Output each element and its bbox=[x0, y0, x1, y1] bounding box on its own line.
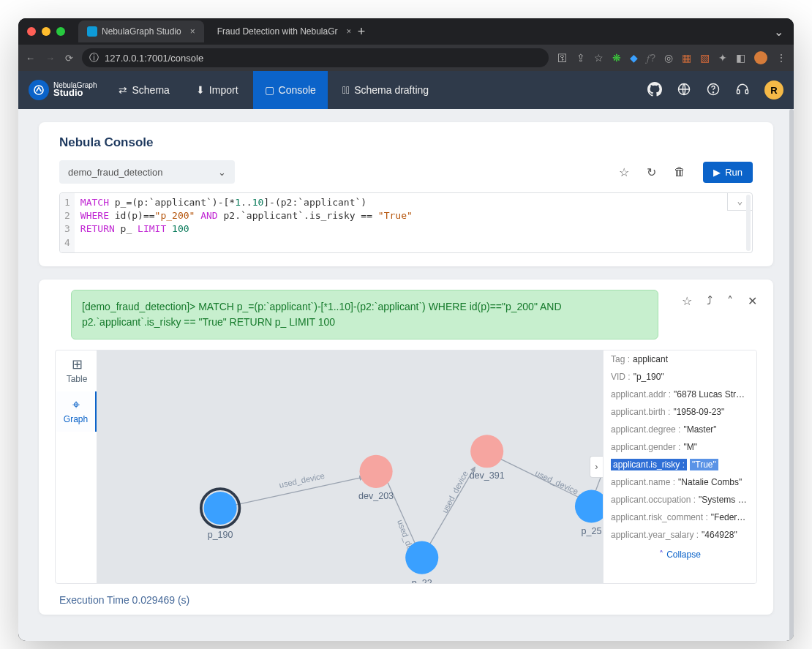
detail-row: applicant.year_salary :"464928" bbox=[604, 526, 756, 544]
favicon-icon bbox=[87, 26, 97, 37]
extension-icon[interactable]: ▧ bbox=[700, 52, 710, 64]
close-tab-icon[interactable]: × bbox=[190, 26, 195, 37]
sidepanel-toggle[interactable]: › bbox=[590, 456, 603, 478]
extension-icon[interactable]: ❋ bbox=[612, 52, 621, 64]
export-icon[interactable]: ⤴ bbox=[707, 294, 713, 308]
window-controls[interactable] bbox=[27, 27, 65, 36]
detail-row: applicant.addr :"6878 Lucas Streets Ne bbox=[604, 386, 756, 403]
page-body: Nebula Console demo_fraud_detection ⌄ ☆ … bbox=[18, 109, 794, 641]
detail-row: VID :"p_190" bbox=[604, 368, 756, 386]
key-icon[interactable]: ⚿ bbox=[557, 52, 568, 64]
svg-text:dev_391: dev_391 bbox=[470, 470, 505, 481]
tab-label: Graph bbox=[64, 414, 88, 424]
node-detail-panel: Tag :applicant VID :"p_190" applicant.ad… bbox=[603, 350, 756, 583]
detail-row: applicant.occupation :"Systems develo bbox=[604, 491, 756, 509]
reload-icon[interactable]: ⟳ bbox=[65, 53, 73, 64]
schema-icon: ⇄ bbox=[119, 84, 127, 96]
collapse-button[interactable]: ˄Collapse bbox=[604, 544, 756, 566]
github-icon[interactable] bbox=[647, 82, 662, 99]
space-selector[interactable]: demo_fraud_detection ⌄ bbox=[59, 160, 235, 184]
console-card: Nebula Console demo_fraud_detection ⌄ ☆ … bbox=[39, 122, 773, 266]
site-info-icon[interactable]: ⓘ bbox=[89, 51, 99, 64]
tab-label: Table bbox=[67, 374, 88, 384]
tab-graph[interactable]: ⌖ Graph bbox=[56, 391, 97, 432]
detail-row: applicant.risk_comment :"Federal notic bbox=[604, 509, 756, 526]
nav-label: Import bbox=[209, 84, 238, 96]
space-name: demo_fraud_detection bbox=[68, 167, 162, 178]
editor-scrollbar[interactable] bbox=[746, 195, 751, 251]
editor-code[interactable]: MATCH p_=(p:`applicant`)-[*1..10]-(p2:`a… bbox=[75, 193, 752, 252]
detail-row-highlight: applicant.is_risky :"True" bbox=[604, 456, 756, 473]
back-icon[interactable]: ← bbox=[26, 53, 35, 64]
browser-tab[interactable]: Fraud Detection with NebulaGr × bbox=[204, 20, 350, 42]
table-icon: ⊞ bbox=[56, 356, 97, 372]
sidepanel-icon[interactable]: ◧ bbox=[736, 52, 745, 64]
run-label: Run bbox=[725, 167, 743, 178]
svg-point-18 bbox=[204, 492, 237, 525]
nav-schema[interactable]: ⇄ Schema bbox=[107, 71, 181, 109]
tab-title: NebulaGraph Studio bbox=[102, 26, 181, 37]
svg-point-25 bbox=[470, 435, 503, 468]
detail-row: applicant.birth :"1958-09-23" bbox=[604, 403, 756, 421]
clear-icon[interactable]: 🗑 bbox=[674, 165, 685, 179]
collapse-up-icon[interactable]: ˄ bbox=[727, 294, 733, 308]
play-icon: ▶ bbox=[713, 167, 721, 178]
minimize-window-icon[interactable] bbox=[42, 27, 50, 36]
browser-tab[interactable]: NebulaGraph Studio × bbox=[78, 20, 204, 42]
nav-label: Console bbox=[279, 84, 316, 96]
headset-icon[interactable] bbox=[735, 82, 750, 99]
run-button[interactable]: ▶ Run bbox=[703, 162, 753, 183]
share-icon[interactable]: ⇪ bbox=[576, 52, 585, 64]
svg-text:dev_203: dev_203 bbox=[358, 491, 394, 501]
star-icon[interactable]: ☆ bbox=[594, 52, 604, 64]
svg-point-21 bbox=[360, 455, 393, 488]
url-input[interactable]: ⓘ 127.0.0.1:7001/console bbox=[82, 48, 549, 67]
profile-avatar-icon[interactable] bbox=[754, 51, 767, 64]
nav-console[interactable]: ▢ Console bbox=[253, 71, 328, 109]
extension-icon[interactable]: 𝑓? bbox=[647, 52, 655, 64]
tab-table[interactable]: ⊞ Table bbox=[56, 350, 97, 391]
svg-line-7 bbox=[386, 477, 418, 549]
url-text: 127.0.0.1:7001/console bbox=[105, 53, 203, 64]
extension-icon[interactable]: ◎ bbox=[664, 52, 673, 64]
graph-icon: ⌖ bbox=[56, 397, 95, 413]
svg-text:p_22: p_22 bbox=[412, 578, 432, 584]
svg-rect-4 bbox=[737, 89, 740, 93]
extensions-puzzle-icon[interactable]: ✦ bbox=[718, 52, 727, 64]
user-avatar[interactable]: R bbox=[764, 80, 783, 100]
tabs-dropdown-icon[interactable]: ⌄ bbox=[774, 25, 783, 39]
detail-row: applicant.name :"Natalie Combs" bbox=[604, 473, 756, 491]
app-logo[interactable]: NebulaGraph Studio bbox=[29, 80, 97, 100]
logo-badge-icon bbox=[29, 80, 49, 100]
svg-point-3 bbox=[713, 91, 714, 92]
svg-text:used_device: used_device bbox=[534, 468, 579, 496]
extension-icon[interactable]: ◆ bbox=[630, 52, 638, 64]
extension-icon[interactable]: ▦ bbox=[682, 52, 691, 64]
browser-extensions: ⚿ ⇪ ☆ ❋ ◆ 𝑓? ◎ ▦ ▧ ✦ ◧ ⋮ bbox=[557, 51, 786, 64]
svg-point-23 bbox=[405, 541, 438, 574]
maximize-window-icon[interactable] bbox=[56, 27, 65, 36]
close-result-icon[interactable]: ✕ bbox=[748, 294, 757, 308]
nav-schema-drafting[interactable]: ✎⃝ Schema drafting bbox=[331, 71, 440, 109]
help-icon[interactable] bbox=[706, 82, 721, 99]
svg-text:p_190: p_190 bbox=[208, 529, 233, 539]
executed-query-banner: [demo_fraud_detection]> MATCH p_=(p:`app… bbox=[71, 290, 658, 339]
forward-icon[interactable]: → bbox=[45, 53, 55, 64]
nav-label: Schema bbox=[132, 84, 169, 96]
nav-label: Schema drafting bbox=[354, 84, 429, 96]
history-icon[interactable]: ↻ bbox=[647, 165, 656, 179]
close-tab-icon[interactable]: × bbox=[347, 26, 350, 37]
svg-text:used_device: used_device bbox=[440, 469, 470, 514]
kebab-menu-icon[interactable]: ⋮ bbox=[776, 52, 786, 64]
svg-text:p_25: p_25 bbox=[582, 525, 602, 536]
favorite-result-icon[interactable]: ☆ bbox=[682, 294, 692, 308]
browser-addressbar: ← → ⟳ ⓘ 127.0.0.1:7001/console ⚿ ⇪ ☆ ❋ ◆… bbox=[18, 45, 794, 71]
favorite-icon[interactable]: ☆ bbox=[619, 165, 629, 179]
close-window-icon[interactable] bbox=[27, 27, 36, 36]
query-editor[interactable]: 1 2 3 4 MATCH p_=(p:`applicant`)-[*1..10… bbox=[59, 192, 753, 253]
nav-import[interactable]: ⬇ Import bbox=[184, 71, 250, 109]
browser-tabstrip: NebulaGraph Studio × Fraud Detection wit… bbox=[18, 18, 794, 45]
new-tab-button[interactable]: + bbox=[358, 24, 366, 40]
globe-icon[interactable] bbox=[677, 82, 691, 99]
editor-gutter: 1 2 3 4 bbox=[60, 193, 75, 252]
